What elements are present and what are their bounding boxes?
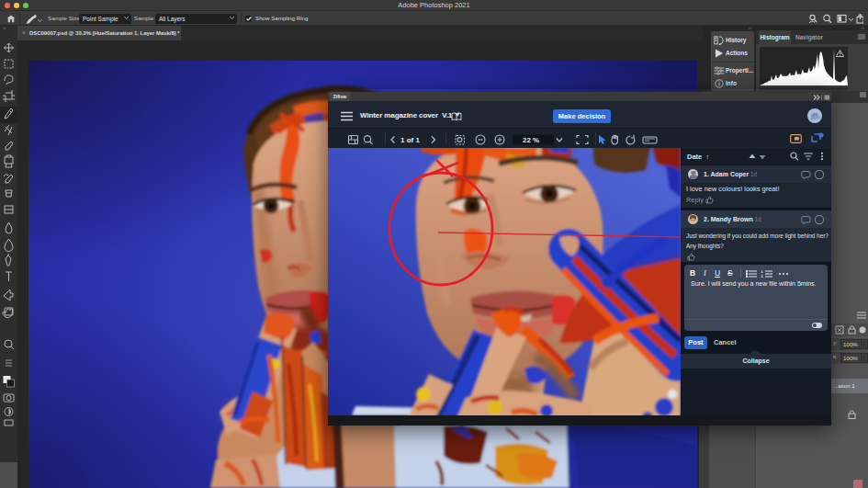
svg-text:22 %: 22 % xyxy=(523,135,539,143)
svg-text:1 of 1: 1 of 1 xyxy=(400,136,420,144)
